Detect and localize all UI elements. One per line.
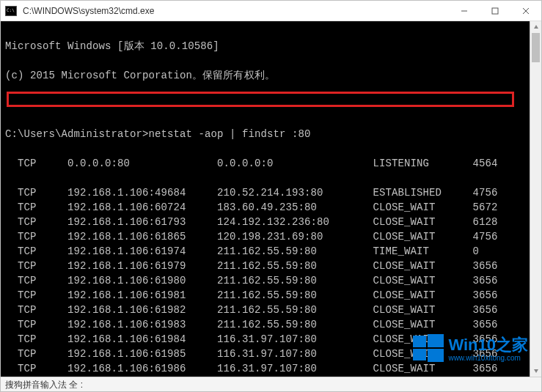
statusbar: 搜狗拼音输入法 全 : — [1, 377, 541, 391]
netstat-row: TCP 192.168.1.106:60724 183.60.49.235:80… — [5, 200, 537, 215]
svg-rect-7 — [428, 334, 444, 347]
terminal-output[interactable]: Microsoft Windows [版本 10.0.10586] (c) 20… — [1, 21, 541, 377]
svg-rect-8 — [413, 349, 426, 360]
svg-rect-1 — [492, 8, 498, 14]
netstat-row: TCP 192.168.1.106:61793 124.192.132.236:… — [5, 215, 537, 229]
svg-marker-5 — [534, 369, 538, 373]
netstat-row: TCP 192.168.1.106:61980 211.162.55.59:80… — [5, 273, 537, 288]
watermark-main: Win10之家 — [448, 337, 528, 353]
svg-rect-6 — [413, 336, 426, 347]
minimize-button[interactable] — [449, 1, 480, 21]
command-line: C:\Users\Administrator>netstat -aop | fi… — [5, 127, 537, 141]
ime-status: 搜狗拼音输入法 全 : — [5, 380, 83, 390]
cmd-icon — [5, 6, 17, 16]
window-title: C:\WINDOWS\system32\cmd.exe — [23, 6, 154, 16]
scroll-track[interactable] — [530, 33, 541, 365]
netstat-row: TCP 192.168.1.106:61981 211.162.55.59:80… — [5, 288, 537, 303]
netstat-row-highlighted: TCP 0.0.0.0:80 0.0.0.0:0 LISTENING 4564 — [5, 156, 537, 171]
netstat-row: TCP 192.168.1.106:61865 120.198.231.69:8… — [5, 229, 537, 244]
watermark: Win10之家 www.win10xitong.com — [407, 330, 534, 369]
copyright-line: (c) 2015 Microsoft Corporation。保留所有权利。 — [5, 68, 537, 83]
windows-logo-icon — [413, 333, 444, 366]
scroll-thumb[interactable] — [532, 33, 540, 62]
svg-marker-4 — [534, 25, 538, 29]
svg-rect-9 — [428, 349, 444, 362]
netstat-row: TCP 192.168.1.106:61979 211.162.55.59:80… — [5, 259, 537, 273]
maximize-button[interactable] — [480, 1, 510, 21]
close-button[interactable] — [510, 1, 541, 21]
netstat-row: TCP 192.168.1.106:61974 211.162.55.59:80… — [5, 244, 537, 259]
watermark-url: www.win10xitong.com — [448, 355, 528, 362]
netstat-row: TCP 192.168.1.106:61982 211.162.55.59:80… — [5, 303, 537, 317]
titlebar: C:\WINDOWS\system32\cmd.exe — [1, 1, 541, 21]
blank-line — [5, 97, 537, 112]
window-controls — [449, 1, 541, 21]
watermark-text: Win10之家 www.win10xitong.com — [448, 337, 528, 362]
scrollbar[interactable] — [530, 21, 541, 377]
version-line: Microsoft Windows [版本 10.0.10586] — [5, 39, 537, 53]
netstat-row: TCP 192.168.1.106:49684 210.52.214.193:8… — [5, 185, 537, 200]
scroll-up-button[interactable] — [530, 21, 541, 33]
